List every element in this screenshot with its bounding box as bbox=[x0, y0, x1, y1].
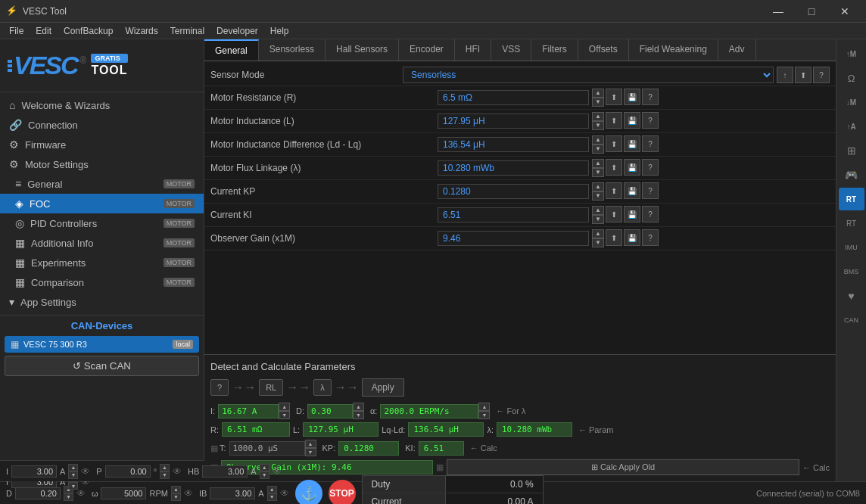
current-kp-down-btn[interactable]: ▼ bbox=[592, 191, 604, 201]
current-ki-save-btn[interactable]: 💾 bbox=[624, 206, 640, 222]
current-kp-info-btn[interactable]: ? bbox=[642, 182, 659, 199]
tab-sensorless[interactable]: Sensorless bbox=[259, 39, 326, 61]
inductance-up-btn[interactable]: ▲ bbox=[592, 112, 604, 121]
tab-adv[interactable]: Adv bbox=[718, 39, 756, 61]
right-icon-bms[interactable]: BMS bbox=[839, 260, 864, 283]
stop-button[interactable]: STOP bbox=[329, 480, 356, 505]
current-kp-save-btn[interactable]: 💾 bbox=[624, 182, 640, 199]
inductance-diff-save-btn[interactable]: 💾 bbox=[624, 135, 640, 152]
current-ki-down-btn[interactable]: ▼ bbox=[592, 215, 604, 224]
d-down-btn[interactable]: ▼ bbox=[64, 493, 73, 501]
resistance-down-btn[interactable]: ▼ bbox=[592, 98, 604, 107]
detect-help-btn[interactable]: ? bbox=[210, 379, 229, 396]
tab-vss[interactable]: VSS bbox=[491, 39, 531, 61]
sidebar-item-connection[interactable]: 🔗 Connection bbox=[0, 115, 204, 135]
right-icon-heart[interactable]: ♥ bbox=[839, 285, 864, 307]
inductance-input[interactable] bbox=[438, 114, 589, 129]
inductance-diff-upload-btn[interactable]: ⬆ bbox=[606, 135, 622, 152]
sidebar-item-motor-settings[interactable]: ⚙ Motor Settings bbox=[0, 154, 204, 174]
resistance-save-btn[interactable]: 💾 bbox=[624, 89, 640, 105]
sidebar-item-comparison[interactable]: ▦ Comparison MOTOR bbox=[0, 272, 204, 292]
inductance-down-btn[interactable]: ▼ bbox=[592, 121, 604, 130]
sensor-mode-up-btn[interactable]: ↑ bbox=[777, 67, 793, 83]
ib-status-input[interactable] bbox=[210, 487, 255, 499]
d-up-btn[interactable]: ▲ bbox=[353, 403, 364, 411]
tab-field-weakening[interactable]: Field Weakening bbox=[629, 39, 718, 61]
right-icon-a[interactable]: ↑A bbox=[839, 115, 864, 138]
alpha-down-btn[interactable]: ▼ bbox=[478, 411, 490, 419]
sensor-mode-info-btn[interactable]: ? bbox=[813, 67, 830, 83]
right-icon-imu[interactable]: IMU bbox=[839, 236, 864, 259]
sidebar-item-welcome[interactable]: ⌂ Welcome & Wizards bbox=[0, 95, 204, 115]
minimize-button[interactable]: — bbox=[763, 1, 793, 22]
anchor-button[interactable]: ⚓ bbox=[295, 480, 322, 505]
current-ki-upload-btn[interactable]: ⬆ bbox=[606, 206, 622, 222]
tab-hfi[interactable]: HFI bbox=[455, 39, 491, 61]
sidebar-item-firmware[interactable]: ⚙ Firmware bbox=[0, 135, 204, 154]
menu-terminal[interactable]: Terminal bbox=[164, 24, 210, 38]
current-ki-up-btn[interactable]: ▲ bbox=[592, 206, 604, 215]
inductance-save-btn[interactable]: 💾 bbox=[624, 112, 640, 129]
i-row2-eye[interactable]: 👁 bbox=[81, 466, 90, 477]
ib-up-btn[interactable]: ▲ bbox=[267, 486, 277, 493]
inductance-diff-info-btn[interactable]: ? bbox=[642, 135, 659, 152]
i-row2-down-btn[interactable]: ▼ bbox=[68, 471, 78, 479]
hb-row2-up-btn[interactable]: ▲ bbox=[260, 464, 269, 471]
alpha-up-btn[interactable]: ▲ bbox=[478, 403, 490, 411]
hb-row2-input[interactable] bbox=[202, 465, 248, 478]
sidebar-item-pid[interactable]: ◎ PID Controllers MOTOR bbox=[0, 213, 204, 233]
menu-help[interactable]: Help bbox=[264, 24, 295, 38]
detect-lambda-btn[interactable]: λ bbox=[313, 379, 332, 396]
hb-row2-eye[interactable]: 👁 bbox=[273, 466, 282, 477]
i-row2-input[interactable] bbox=[11, 465, 57, 478]
scan-can-button[interactable]: ↺ Scan CAN bbox=[5, 356, 199, 376]
sidebar-item-app-settings[interactable]: ▾ App Settings bbox=[0, 292, 204, 312]
i-row2-up-btn[interactable]: ▲ bbox=[68, 464, 78, 471]
close-button[interactable]: ✕ bbox=[830, 1, 860, 22]
resistance-up-btn[interactable]: ▲ bbox=[592, 89, 604, 98]
inductance-diff-down-btn[interactable]: ▼ bbox=[592, 145, 604, 154]
menu-developer[interactable]: Developer bbox=[210, 24, 264, 38]
right-icon-can[interactable]: CAN bbox=[839, 309, 864, 331]
tab-general[interactable]: General bbox=[204, 39, 259, 61]
observer-gain-up-btn[interactable]: ▲ bbox=[592, 229, 604, 238]
observer-gain-info-btn[interactable]: ? bbox=[642, 229, 659, 246]
flux-upload-btn[interactable]: ⬆ bbox=[606, 159, 622, 176]
flux-input[interactable] bbox=[438, 160, 589, 176]
current-kp-upload-btn[interactable]: ⬆ bbox=[606, 182, 622, 199]
observer-gain-upload-btn[interactable]: ⬆ bbox=[606, 229, 622, 246]
tab-offsets[interactable]: Offsets bbox=[578, 39, 629, 61]
p-row2-up-btn[interactable]: ▲ bbox=[160, 464, 170, 471]
sidebar-item-foc[interactable]: ◈ FOC MOTOR bbox=[0, 194, 204, 213]
flux-down-btn[interactable]: ▼ bbox=[592, 168, 604, 177]
right-icon-m2[interactable]: ↓M bbox=[839, 91, 864, 114]
inductance-info-btn[interactable]: ? bbox=[642, 112, 659, 129]
inductance-upload-btn[interactable]: ⬆ bbox=[606, 112, 622, 129]
t-up-btn[interactable]: ▲ bbox=[305, 440, 316, 448]
tab-filters[interactable]: Filters bbox=[531, 39, 578, 61]
menu-file[interactable]: File bbox=[3, 24, 30, 38]
tab-hall-sensors[interactable]: Hall Sensors bbox=[326, 39, 399, 61]
p-row2-down-btn[interactable]: ▼ bbox=[160, 471, 170, 479]
resistance-upload-btn[interactable]: ⬆ bbox=[606, 89, 622, 105]
i-up-btn[interactable]: ▲ bbox=[279, 403, 290, 411]
right-icon-rt1[interactable]: RT bbox=[839, 188, 864, 210]
i-down-btn[interactable]: ▼ bbox=[279, 411, 290, 419]
right-icon-grid[interactable]: ⊞ bbox=[839, 139, 864, 162]
can-device[interactable]: ▦ VESC 75 300 R3 local bbox=[5, 336, 199, 353]
ib-down-btn[interactable]: ▼ bbox=[267, 493, 277, 501]
detect-rl-btn[interactable]: RL bbox=[259, 379, 283, 396]
omega-down-btn[interactable]: ▼ bbox=[171, 493, 181, 501]
d-input[interactable] bbox=[307, 404, 353, 418]
inductance-diff-input[interactable] bbox=[438, 137, 589, 152]
ib-eye-icon[interactable]: 👁 bbox=[280, 488, 289, 499]
alpha-input[interactable] bbox=[380, 404, 478, 418]
t-down-btn[interactable]: ▼ bbox=[305, 448, 316, 456]
i-down-btn[interactable]: ▼ bbox=[68, 482, 78, 490]
menu-confbackup[interactable]: ConfBackup bbox=[58, 24, 119, 38]
right-icon-m1[interactable]: ↑M bbox=[839, 42, 864, 65]
sidebar-item-general[interactable]: ≡ General MOTOR bbox=[0, 174, 204, 194]
current-kp-up-btn[interactable]: ▲ bbox=[592, 182, 604, 191]
right-icon-gamepad[interactable]: 🎮 bbox=[839, 163, 864, 186]
menu-wizards[interactable]: Wizards bbox=[119, 24, 164, 38]
